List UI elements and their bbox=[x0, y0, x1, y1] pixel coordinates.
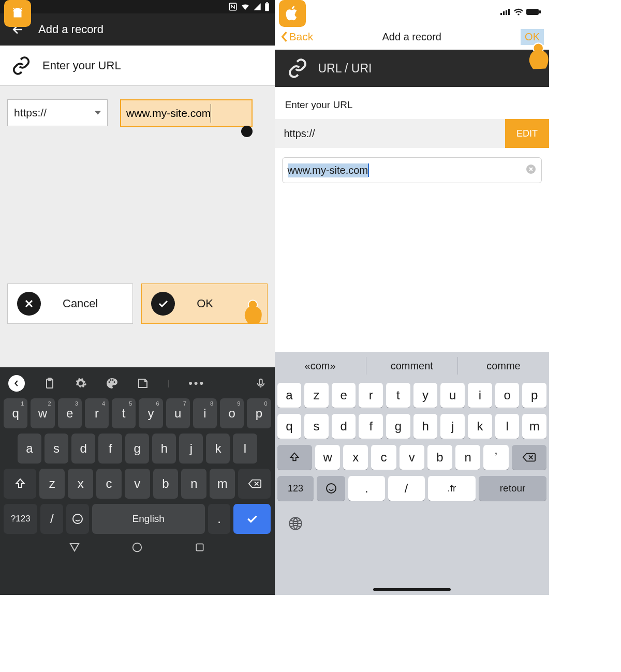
key-v[interactable]: v bbox=[400, 445, 424, 470]
key-i[interactable]: i8 bbox=[193, 398, 217, 428]
suggestion-3[interactable]: comme bbox=[458, 352, 549, 380]
key-c[interactable]: c bbox=[371, 445, 396, 470]
url-input[interactable]: www.my-site.com bbox=[282, 157, 542, 183]
key-s[interactable]: s bbox=[45, 434, 68, 464]
key-q[interactable]: q bbox=[277, 414, 302, 439]
home-indicator[interactable] bbox=[373, 588, 451, 591]
key-m[interactable]: m bbox=[210, 469, 235, 499]
key-m[interactable]: m bbox=[522, 414, 546, 439]
ok-button[interactable]: OK bbox=[141, 283, 267, 324]
key-e[interactable]: e bbox=[332, 383, 356, 408]
key-u[interactable]: u bbox=[440, 383, 465, 408]
key-r[interactable]: r4 bbox=[85, 398, 109, 428]
backspace-key[interactable] bbox=[238, 469, 271, 499]
key-t[interactable]: t bbox=[386, 383, 410, 408]
slash-key[interactable]: / bbox=[388, 476, 425, 501]
backspace-key[interactable] bbox=[512, 445, 547, 470]
key-o[interactable]: o bbox=[495, 383, 520, 408]
android-keyboard[interactable]: | ••• q1w2e3r4t5y6u7i8o9p0 asdfghjkl zxc… bbox=[0, 367, 275, 595]
key-b[interactable]: b bbox=[153, 469, 179, 499]
key-r[interactable]: r bbox=[359, 383, 383, 408]
key-d[interactable]: d bbox=[332, 414, 356, 439]
nav-recent-icon[interactable] bbox=[195, 542, 205, 552]
cancel-button[interactable]: Cancel bbox=[7, 283, 133, 324]
protocol-select[interactable]: https:// bbox=[7, 99, 108, 126]
key-t[interactable]: t5 bbox=[112, 398, 136, 428]
svg-rect-1 bbox=[265, 3, 269, 11]
key-i[interactable]: i bbox=[468, 383, 492, 408]
key-w[interactable]: w2 bbox=[31, 398, 54, 428]
url-input[interactable]: www.my-site.com bbox=[120, 99, 253, 127]
key-h[interactable]: h bbox=[413, 414, 438, 439]
edit-button[interactable]: EDIT bbox=[505, 119, 549, 148]
gear-icon[interactable] bbox=[75, 377, 87, 390]
nav-back-icon[interactable] bbox=[69, 542, 80, 552]
key-k[interactable]: k bbox=[206, 434, 230, 464]
key-o[interactable]: o9 bbox=[220, 398, 244, 428]
shift-key[interactable] bbox=[4, 469, 36, 499]
fr-key[interactable]: .fr bbox=[428, 476, 476, 501]
suggestion-1[interactable]: «com» bbox=[275, 352, 366, 380]
shift-key[interactable] bbox=[277, 445, 313, 470]
key-j[interactable]: j bbox=[440, 414, 465, 439]
key-l[interactable]: l bbox=[495, 414, 520, 439]
key-v[interactable]: v bbox=[125, 469, 150, 499]
key-y[interactable]: y6 bbox=[139, 398, 162, 428]
wifi-icon bbox=[241, 2, 250, 11]
key-q[interactable]: q1 bbox=[4, 398, 27, 428]
ok-button[interactable]: OK bbox=[521, 29, 544, 45]
mic-icon[interactable] bbox=[255, 378, 267, 389]
key-n[interactable]: n bbox=[181, 469, 206, 499]
key-a[interactable]: a bbox=[277, 383, 302, 408]
key-h[interactable]: h bbox=[152, 434, 176, 464]
key-x[interactable]: x bbox=[343, 445, 368, 470]
key-y[interactable]: y bbox=[413, 383, 438, 408]
back-button[interactable]: Back bbox=[280, 31, 314, 43]
kb-collapse-icon[interactable] bbox=[8, 375, 25, 392]
space-key[interactable]: English bbox=[92, 504, 205, 534]
dot-key[interactable]: . bbox=[348, 476, 385, 501]
key-p[interactable]: p bbox=[522, 383, 546, 408]
key-g[interactable]: g bbox=[386, 414, 410, 439]
palette-icon[interactable] bbox=[106, 377, 118, 390]
key-d[interactable]: d bbox=[71, 434, 95, 464]
key-n[interactable]: n bbox=[455, 445, 480, 470]
key-s[interactable]: s bbox=[304, 414, 329, 439]
ok-label: OK bbox=[525, 31, 540, 42]
key-a[interactable]: a bbox=[18, 434, 41, 464]
suggestion-2[interactable]: comment bbox=[366, 352, 457, 380]
key-c[interactable]: c bbox=[96, 469, 122, 499]
emoji-key[interactable] bbox=[66, 504, 89, 534]
switch-key[interactable]: ?123 bbox=[4, 504, 37, 534]
key-g[interactable]: g bbox=[125, 434, 149, 464]
key-e[interactable]: e3 bbox=[58, 398, 82, 428]
globe-icon[interactable] bbox=[288, 516, 303, 531]
enter-key[interactable] bbox=[233, 504, 271, 534]
cursor-handle[interactable] bbox=[241, 126, 253, 137]
key-k[interactable]: k bbox=[468, 414, 492, 439]
key-j[interactable]: j bbox=[179, 434, 203, 464]
key-z[interactable]: z bbox=[304, 383, 329, 408]
switch-key[interactable]: 123 bbox=[277, 476, 314, 501]
ios-keyboard[interactable]: «com» comment comme azertyuiop qsdfghjkl… bbox=[275, 352, 550, 595]
kb-row-4: ?123 / English . bbox=[2, 504, 273, 534]
key-b[interactable]: b bbox=[427, 445, 452, 470]
clipboard-icon[interactable] bbox=[43, 377, 56, 390]
clear-icon[interactable] bbox=[526, 164, 536, 177]
emoji-key[interactable] bbox=[317, 476, 345, 501]
dot-key[interactable]: . bbox=[208, 504, 231, 534]
key-f[interactable]: f bbox=[359, 414, 383, 439]
nav-home-icon[interactable] bbox=[131, 542, 143, 553]
key-apostrophe[interactable]: ’ bbox=[483, 445, 508, 470]
sticker-icon[interactable] bbox=[137, 377, 149, 390]
key-z[interactable]: z bbox=[39, 469, 65, 499]
key-w[interactable]: w bbox=[315, 445, 340, 470]
key-x[interactable]: x bbox=[68, 469, 93, 499]
more-icon[interactable]: ••• bbox=[188, 377, 205, 390]
key-f[interactable]: f bbox=[98, 434, 122, 464]
slash-key[interactable]: / bbox=[40, 504, 63, 534]
key-u[interactable]: u7 bbox=[166, 398, 190, 428]
key-l[interactable]: l bbox=[233, 434, 257, 464]
return-key[interactable]: retour bbox=[479, 476, 546, 501]
key-p[interactable]: p0 bbox=[247, 398, 271, 428]
